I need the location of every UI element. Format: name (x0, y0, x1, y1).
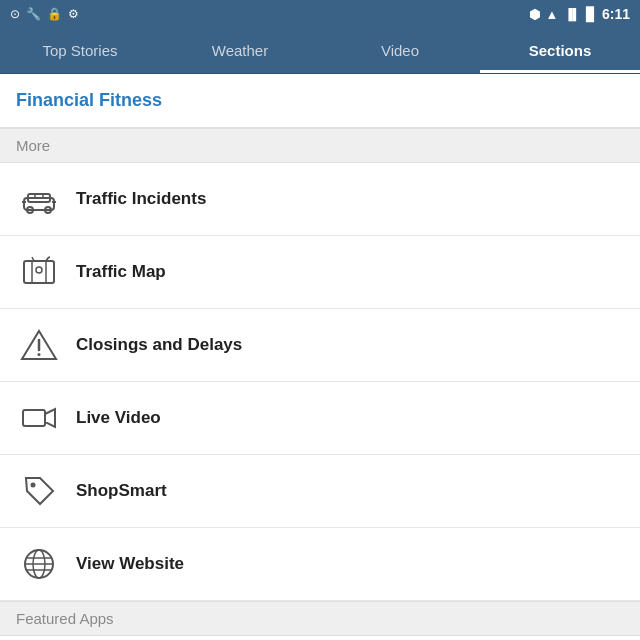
list-item-shopsmart[interactable]: ShopSmart (0, 455, 640, 528)
video-camera-icon (16, 395, 62, 441)
list-item-closings-delays[interactable]: Closings and Delays (0, 309, 640, 382)
list-item-live-video[interactable]: Live Video (0, 382, 640, 455)
more-section-header: More (0, 128, 640, 163)
list-item-traffic-incidents[interactable]: Traffic Incidents (0, 163, 640, 236)
status-bar: ⊙ 🔧 🔒 ⚙ ⬢ ▲ ▐▌ ▊ 6:11 (0, 0, 640, 28)
svg-rect-8 (24, 261, 54, 283)
tag-icon (16, 468, 62, 514)
circle-icon: ⊙ (10, 7, 20, 21)
battery-icon: ▊ (586, 7, 596, 22)
financial-fitness-item[interactable]: Financial Fitness (0, 74, 640, 128)
traffic-map-label: Traffic Map (76, 262, 166, 282)
svg-point-12 (38, 353, 41, 356)
time-display: 6:11 (602, 6, 630, 22)
bluetooth-icon: ⬢ (529, 7, 540, 22)
tab-top-stories[interactable]: Top Stories (0, 28, 160, 73)
signal-icon: ▐▌ (564, 8, 580, 20)
globe-icon (16, 541, 62, 587)
status-bar-left-icons: ⊙ 🔧 🔒 ⚙ (10, 7, 79, 21)
nav-tabs: Top Stories Weather Video Sections (0, 28, 640, 74)
lock-icon: 🔒 (47, 7, 62, 21)
svg-marker-14 (45, 409, 55, 427)
list-item-traffic-map[interactable]: Traffic Map (0, 236, 640, 309)
tab-video[interactable]: Video (320, 28, 480, 73)
tab-sections[interactable]: Sections (480, 28, 640, 73)
android-icon: ⚙ (68, 7, 79, 21)
content-area: Financial Fitness More Traffic Incidents (0, 74, 640, 640)
view-website-label: View Website (76, 554, 184, 574)
svg-rect-13 (23, 410, 45, 426)
financial-fitness-label: Financial Fitness (16, 90, 162, 110)
svg-point-15 (31, 483, 36, 488)
warning-icon (16, 322, 62, 368)
car-crash-icon (16, 176, 62, 222)
wifi-icon: ▲ (546, 7, 559, 22)
list-item-stitcher[interactable]: Stitcher (0, 636, 640, 640)
closings-delays-label: Closings and Delays (76, 335, 242, 355)
tools-icon: 🔧 (26, 7, 41, 21)
status-bar-right-icons: ⬢ ▲ ▐▌ ▊ 6:11 (529, 6, 631, 22)
list-item-view-website[interactable]: View Website (0, 528, 640, 601)
tab-weather[interactable]: Weather (160, 28, 320, 73)
map-icon (16, 249, 62, 295)
traffic-incidents-label: Traffic Incidents (76, 189, 206, 209)
featured-apps-section-header: Featured Apps (0, 601, 640, 636)
svg-point-9 (36, 267, 42, 273)
shopsmart-label: ShopSmart (76, 481, 167, 501)
live-video-label: Live Video (76, 408, 161, 428)
